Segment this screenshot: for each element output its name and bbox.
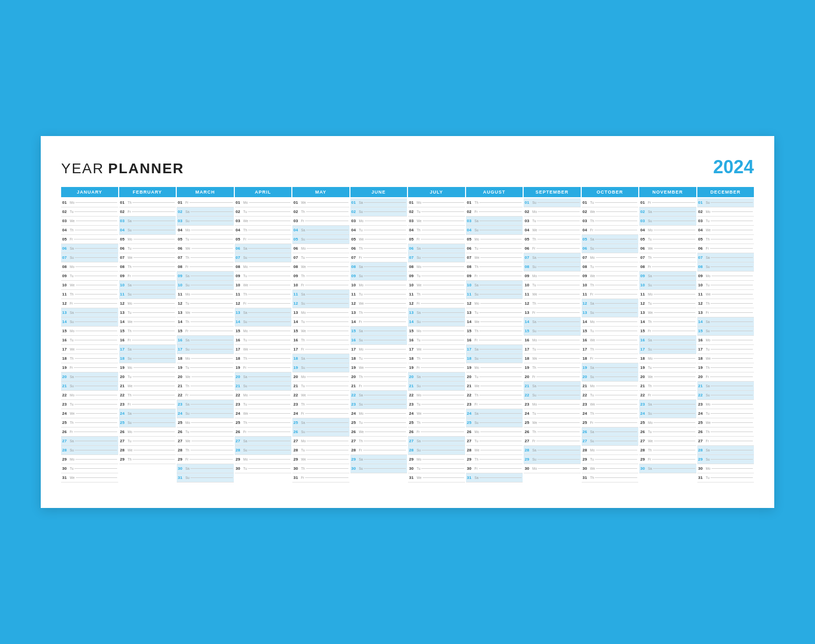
day-abbr: Th [243, 421, 248, 424]
day-abbr: Th [243, 292, 248, 296]
day-row: 07Tu [292, 253, 349, 262]
day-number: 09 [525, 274, 532, 278]
day-line [423, 221, 464, 221]
day-number: 22 [178, 393, 185, 397]
day-abbr: Th [417, 421, 421, 424]
day-number: 23 [293, 402, 301, 407]
day-number: 22 [409, 393, 416, 397]
day-line [596, 386, 637, 386]
day-row: 14Sa [524, 317, 581, 327]
day-line [479, 377, 522, 377]
day-abbr: Sa [128, 412, 132, 415]
day-abbr: Th [590, 283, 594, 287]
day-number: 22 [293, 393, 301, 397]
day-row: 31Su [177, 473, 234, 482]
day-line [365, 413, 406, 414]
day-row: 19Fr [61, 363, 118, 372]
day-line [306, 404, 348, 405]
day-number: 10 [467, 283, 474, 287]
day-abbr: Tu [417, 403, 420, 406]
day-number: 01 [698, 200, 705, 205]
day-number: 21 [640, 384, 647, 388]
day-row: 30Tu [235, 464, 292, 473]
day-number: 27 [698, 439, 705, 443]
day-number: 16 [62, 338, 69, 342]
day-abbr: We [243, 412, 249, 415]
day-line [595, 367, 637, 368]
day-row: 26Fr [61, 427, 118, 437]
day-number: 27 [351, 439, 359, 443]
day-abbr: Th [475, 201, 479, 204]
day-line [133, 321, 175, 322]
day-abbr: Sa [648, 274, 652, 278]
day-number: 12 [236, 301, 243, 306]
day-abbr: Sa [359, 329, 363, 333]
day-abbr: We [128, 256, 133, 259]
day-line [75, 230, 117, 230]
day-line [306, 386, 348, 386]
day-number: 09 [178, 274, 185, 278]
day-number: 16 [120, 338, 127, 342]
month-col-october: OCTOBER01Tu02We03Th04Fr05Sa06Su07Mo08Tu0… [582, 187, 639, 482]
day-row: 22Mo [408, 391, 465, 400]
day-line [74, 211, 117, 212]
day-abbr: Su [128, 228, 132, 232]
day-line [248, 422, 290, 423]
day-number: 21 [120, 384, 127, 388]
day-row: 19Mo [119, 363, 176, 372]
day-number: 21 [293, 384, 301, 388]
day-line [363, 321, 406, 322]
day-number: 26 [236, 430, 243, 434]
day-line [248, 367, 290, 368]
day-line [307, 459, 348, 460]
day-number: 26 [583, 430, 590, 434]
day-row: 21Su [235, 382, 292, 391]
day-line [711, 413, 753, 414]
day-number: 08 [525, 264, 532, 269]
day-abbr: Tu [128, 311, 131, 314]
day-number: 14 [698, 319, 705, 324]
day-abbr: Tu [706, 219, 710, 223]
day-row: 12Th [697, 299, 754, 308]
day-line [74, 404, 117, 405]
day-number: 11 [351, 292, 359, 297]
day-line [537, 349, 579, 350]
day-abbr: Su [475, 292, 479, 296]
day-row [235, 473, 292, 482]
day-line [365, 349, 406, 350]
day-number: 02 [351, 209, 359, 214]
day-number: 29 [120, 457, 127, 462]
day-number: 18 [351, 356, 359, 361]
day-abbr: Sa [70, 311, 74, 314]
day-row: 05Su [292, 235, 349, 244]
day-line [537, 221, 579, 221]
day-line [537, 395, 580, 395]
day-row: 08Fr [177, 262, 234, 272]
day-abbr: Sa [590, 430, 594, 434]
day-number: 04 [698, 228, 705, 232]
day-row: 01Mo [61, 198, 118, 207]
day-line [536, 248, 579, 249]
day-abbr: Sa [243, 311, 248, 314]
day-line [711, 450, 753, 450]
day-abbr: Su [706, 329, 710, 333]
day-row: 27Su [582, 437, 639, 446]
day-abbr: Su [417, 256, 421, 259]
day-row: 22We [292, 391, 349, 400]
day-abbr: Fr [301, 219, 304, 223]
day-line [75, 422, 117, 423]
day-abbr: Mo [70, 458, 74, 461]
day-abbr: Su [532, 201, 536, 204]
day-number: 21 [62, 384, 69, 388]
day-row: 02Sa [639, 207, 696, 217]
day-row: 06We [177, 244, 234, 253]
day-abbr: Mo [301, 247, 306, 250]
day-row: 23Fr [466, 400, 523, 409]
day-number: 28 [62, 448, 69, 452]
day-line [538, 294, 580, 294]
day-row: 15Sa [350, 327, 408, 336]
day-row: 26Tu [639, 427, 696, 437]
day-row: 03We [408, 217, 465, 226]
day-abbr: Tu [590, 201, 594, 204]
day-row: 01Mo [408, 198, 465, 207]
